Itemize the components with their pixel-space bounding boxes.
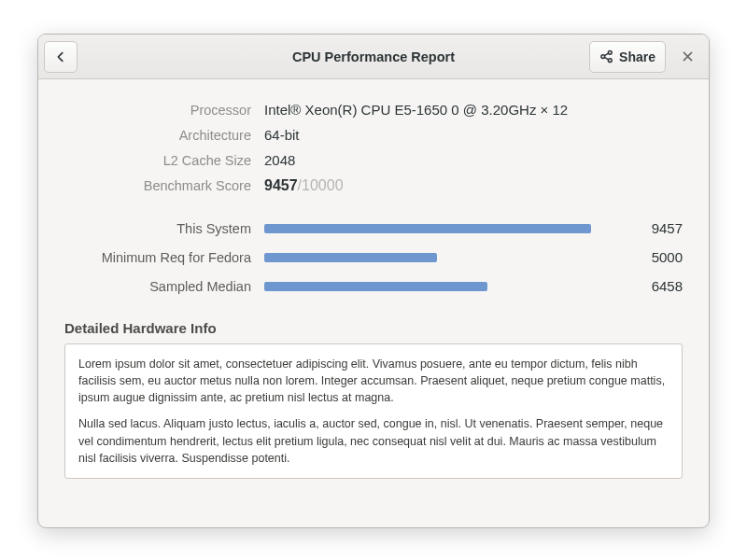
bar-label: This System — [64, 221, 251, 236]
bar-track — [264, 282, 610, 291]
bar-value: 5000 — [623, 249, 683, 265]
share-button-label: Share — [619, 49, 655, 64]
titlebar: CPU Performance Report Share — [38, 35, 709, 79]
share-button[interactable]: Share — [589, 41, 666, 73]
close-icon — [682, 50, 694, 63]
share-icon — [599, 49, 613, 63]
bar-fill — [264, 253, 437, 262]
prop-label-l2cache: L2 Cache Size — [64, 153, 251, 168]
prop-label-score: Benchmark Score — [64, 178, 251, 193]
detail-box: Lorem ipsum dolor sit amet, consectetuer… — [64, 343, 683, 479]
close-button[interactable] — [671, 41, 703, 73]
bar-value: 6458 — [623, 278, 683, 294]
prop-label-architecture: Architecture — [64, 128, 251, 143]
bar-label: Minimum Req for Fedora — [64, 250, 251, 265]
prop-value-score: 9457/10000 — [264, 177, 683, 194]
prop-value-l2cache: 2048 — [264, 152, 683, 168]
chevron-left-icon — [54, 50, 67, 63]
content-scroll[interactable]: Processor Intel® Xeon(R) CPU E5-1650 0 @… — [38, 79, 709, 527]
detail-paragraph: Lorem ipsum dolor sit amet, consectetuer… — [78, 356, 669, 406]
detail-paragraph: Nulla sed lacus. Aliquam justo lectus, i… — [78, 415, 669, 466]
prop-label-processor: Processor — [64, 103, 251, 118]
score-max: /10000 — [298, 177, 344, 193]
prop-value-processor: Intel® Xeon(R) CPU E5-1650 0 @ 3.20GHz ×… — [264, 102, 683, 118]
svg-line-3 — [604, 53, 608, 55]
bar-fill — [264, 224, 591, 233]
detail-heading: Detailed Hardware Info — [64, 320, 683, 336]
bar-label: Sampled Median — [64, 279, 251, 294]
bar-fill — [264, 282, 487, 291]
svg-line-4 — [604, 57, 608, 59]
prop-value-architecture: 64-bit — [264, 127, 683, 143]
bar-track — [264, 224, 610, 233]
svg-point-2 — [608, 59, 612, 63]
svg-point-1 — [601, 55, 605, 59]
properties-table: Processor Intel® Xeon(R) CPU E5-1650 0 @… — [64, 102, 683, 194]
comparison-bars: This System9457Minimum Req for Fedora500… — [64, 220, 683, 294]
score-value: 9457 — [264, 177, 298, 193]
bar-track — [264, 253, 610, 262]
bar-value: 9457 — [623, 220, 683, 236]
svg-point-0 — [608, 50, 612, 54]
back-button[interactable] — [44, 41, 78, 73]
window: CPU Performance Report Share Processor I… — [37, 34, 710, 528]
